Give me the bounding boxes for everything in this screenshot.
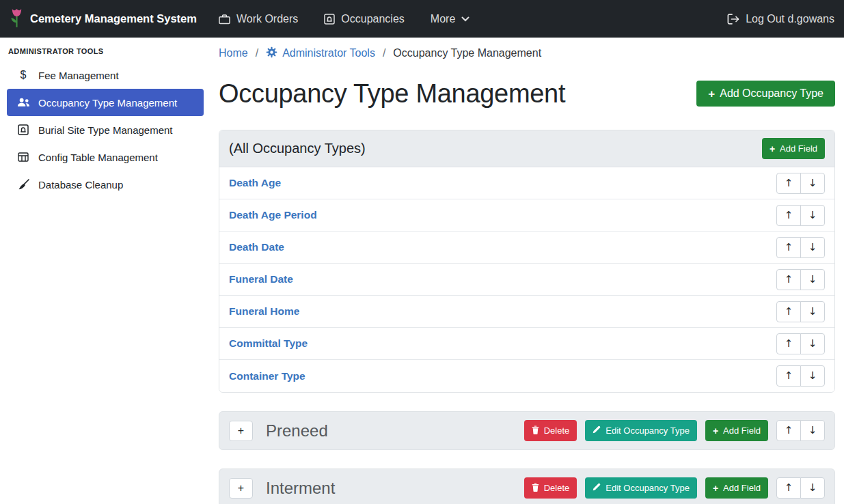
- sidebar-item-occupancy-type-management[interactable]: Occupancy Type Management: [7, 89, 204, 116]
- field-link[interactable]: Death Date: [229, 241, 284, 253]
- edit-occupancy-type-button[interactable]: Edit Occupancy Type: [585, 477, 697, 499]
- expand-section-button[interactable]: +: [229, 421, 253, 441]
- sidebar-item-label: Burial Site Type Management: [38, 124, 173, 136]
- move-down-button[interactable]: ↓: [800, 173, 825, 194]
- breadcrumb-separator: /: [256, 47, 258, 59]
- move-up-button[interactable]: ↑: [776, 269, 801, 290]
- move-up-button[interactable]: ↑: [776, 205, 801, 226]
- field-row: Funeral Date ↑ ↓: [219, 264, 834, 296]
- main-content: Home / Administrator Tools / Occupancy T…: [210, 38, 844, 504]
- sidebar-item-label: Occupancy Type Management: [38, 97, 177, 109]
- section-actions: Delete Edit Occupancy Type + Add Field ↑: [524, 420, 825, 441]
- reorder-button-group: ↑ ↓: [776, 477, 825, 499]
- add-field-button[interactable]: + Add Field: [762, 138, 825, 159]
- occupancy-type-sections: + Preneed Delete: [219, 411, 835, 504]
- breadcrumb-home[interactable]: Home: [219, 47, 248, 59]
- add-field-label: Add Field: [723, 483, 761, 493]
- plus-icon: +: [708, 88, 715, 100]
- breadcrumb-current: Occupancy Type Management: [393, 47, 541, 59]
- move-up-button[interactable]: ↑: [776, 301, 801, 322]
- chevron-down-icon: [461, 16, 469, 22]
- plus-icon: +: [238, 425, 244, 437]
- down-arrow-icon: ↓: [808, 242, 817, 253]
- nav-occupancies[interactable]: Occupancies: [324, 13, 405, 25]
- breadcrumb: Home / Administrator Tools / Occupancy T…: [219, 46, 835, 61]
- delete-label: Delete: [544, 483, 570, 493]
- field-row: Death Age ↑ ↓: [219, 167, 834, 199]
- move-up-button[interactable]: ↑: [776, 365, 801, 387]
- sidebar-item-burial-site-type-management[interactable]: Burial Site Type Management: [7, 116, 204, 143]
- move-up-button[interactable]: ↑: [776, 420, 801, 441]
- delete-button[interactable]: Delete: [524, 420, 577, 441]
- work-orders-icon: [219, 14, 230, 25]
- move-up-button[interactable]: ↑: [776, 477, 801, 499]
- edit-label: Edit Occupancy Type: [605, 483, 690, 493]
- field-link[interactable]: Funeral Date: [229, 273, 293, 285]
- field-row: Funeral Home ↑ ↓: [219, 296, 834, 328]
- table-icon: [15, 152, 31, 162]
- expand-section-button[interactable]: +: [229, 478, 253, 499]
- field-link[interactable]: Committal Type: [229, 337, 308, 350]
- move-down-button[interactable]: ↓: [800, 301, 825, 322]
- up-arrow-icon: ↑: [785, 178, 793, 188]
- occupancy-type-section: + Interment Delete: [219, 468, 835, 504]
- down-arrow-icon: ↓: [808, 210, 817, 221]
- plus-icon: +: [713, 484, 718, 493]
- nav-more[interactable]: More: [431, 13, 469, 25]
- reorder-button-group: ↑ ↓: [776, 365, 825, 387]
- broom-icon: [15, 179, 31, 191]
- move-down-button[interactable]: ↓: [800, 365, 825, 387]
- occupancies-icon: [324, 14, 335, 25]
- page-title: Occupancy Type Management: [219, 79, 565, 109]
- reorder-button-group: ↑ ↓: [776, 173, 825, 194]
- page-header: Occupancy Type Management + Add Occupanc…: [219, 76, 835, 111]
- down-arrow-icon: ↓: [808, 371, 817, 381]
- add-field-button[interactable]: + Add Field: [705, 420, 768, 441]
- move-down-button[interactable]: ↓: [800, 269, 825, 290]
- up-arrow-icon: ↑: [785, 307, 793, 317]
- field-link[interactable]: Death Age Period: [229, 209, 317, 221]
- move-up-button[interactable]: ↑: [776, 173, 801, 194]
- move-up-button[interactable]: ↑: [776, 237, 801, 258]
- field-list: Death Age ↑ ↓ Death Age Period ↑ ↓ Death…: [219, 167, 834, 392]
- breadcrumb-administrator-tools[interactable]: Administrator Tools: [266, 46, 375, 61]
- add-field-button[interactable]: + Add Field: [705, 477, 768, 499]
- field-row: Death Age Period ↑ ↓: [219, 199, 834, 232]
- reorder-button-group: ↑ ↓: [776, 333, 825, 354]
- app-brand[interactable]: Cemetery Management System: [10, 8, 197, 31]
- up-arrow-icon: ↑: [785, 371, 793, 381]
- delete-button[interactable]: Delete: [524, 477, 577, 499]
- move-down-button[interactable]: ↓: [800, 477, 825, 499]
- sidebar-item-config-table-management[interactable]: Config Table Management: [7, 143, 204, 171]
- field-link[interactable]: Container Type: [229, 370, 305, 382]
- primary-nav: Work Orders Occupancies More: [219, 13, 469, 25]
- move-down-button[interactable]: ↓: [800, 420, 825, 441]
- up-arrow-icon: ↑: [785, 339, 793, 349]
- move-down-button[interactable]: ↓: [800, 205, 825, 226]
- edit-occupancy-type-button[interactable]: Edit Occupancy Type: [585, 420, 697, 441]
- add-field-label: Add Field: [723, 425, 761, 436]
- nav-work-orders-label: Work Orders: [236, 13, 298, 25]
- field-row: Committal Type ↑ ↓: [219, 328, 834, 360]
- logout-link[interactable]: Log Out d.gowans: [727, 13, 834, 25]
- move-up-button[interactable]: ↑: [776, 333, 801, 354]
- field-row: Container Type ↑ ↓: [219, 360, 834, 392]
- add-occupancy-type-button[interactable]: + Add Occupancy Type: [696, 81, 835, 107]
- field-link[interactable]: Death Age: [229, 177, 281, 189]
- down-arrow-icon: ↓: [808, 425, 817, 436]
- sidebar-item-database-cleanup[interactable]: Database Cleanup: [7, 171, 204, 198]
- move-down-button[interactable]: ↓: [800, 333, 825, 354]
- edit-label: Edit Occupancy Type: [605, 425, 690, 436]
- nav-work-orders[interactable]: Work Orders: [219, 13, 298, 25]
- sidebar-item-label: Database Cleanup: [38, 179, 123, 191]
- field-link[interactable]: Funeral Home: [229, 305, 299, 318]
- logout-icon: [727, 14, 739, 25]
- sidebar-item-fee-management[interactable]: $ Fee Management: [7, 61, 204, 89]
- pencil-icon: [593, 483, 601, 493]
- logout-label: Log Out d.gowans: [746, 13, 834, 25]
- move-down-button[interactable]: ↓: [800, 237, 825, 258]
- reorder-button-group: ↑ ↓: [776, 301, 825, 322]
- trash-icon: [532, 425, 539, 436]
- flower-logo-icon: [10, 8, 24, 31]
- reorder-button-group: ↑ ↓: [776, 205, 825, 226]
